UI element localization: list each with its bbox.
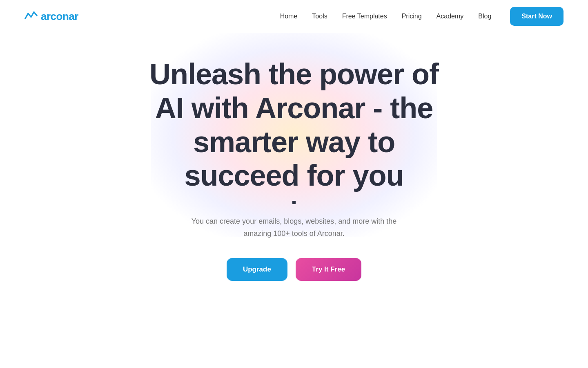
upgrade-button[interactable]: Upgrade bbox=[227, 258, 287, 281]
hero-content: Unleash the power of AI with Arconar - t… bbox=[141, 57, 447, 281]
main-nav: Home Tools Free Templates Pricing Academ… bbox=[280, 7, 564, 26]
site-header: arconar Home Tools Free Templates Pricin… bbox=[0, 0, 588, 33]
hero-cta-buttons: Upgrade Try It Free bbox=[227, 258, 361, 281]
nav-home[interactable]: Home bbox=[280, 13, 298, 20]
nav-pricing[interactable]: Pricing bbox=[402, 13, 422, 20]
hero-section: Unleash the power of AI with Arconar - t… bbox=[0, 33, 588, 281]
logo-link[interactable]: arconar bbox=[24, 10, 78, 23]
hero-subtitle: You can create your emails, blogs, websi… bbox=[188, 215, 400, 240]
arconar-logo-icon bbox=[24, 10, 38, 23]
start-now-button[interactable]: Start Now bbox=[510, 7, 564, 26]
nav-academy[interactable]: Academy bbox=[437, 13, 464, 20]
hero-dot-divider bbox=[292, 201, 296, 204]
nav-tools[interactable]: Tools bbox=[312, 13, 327, 20]
nav-free-templates[interactable]: Free Templates bbox=[342, 13, 387, 20]
try-free-button[interactable]: Try It Free bbox=[296, 258, 361, 281]
logo-text: arconar bbox=[41, 10, 78, 23]
nav-blog[interactable]: Blog bbox=[478, 13, 491, 20]
hero-title: Unleash the power of AI with Arconar - t… bbox=[141, 57, 447, 193]
